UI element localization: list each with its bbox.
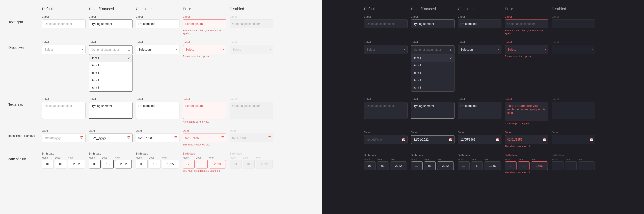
dark-dob-day-input[interactable] <box>377 161 389 170</box>
dark-textarea-default-input[interactable] <box>364 102 408 119</box>
dropdown-item[interactable]: Item 1 <box>89 84 132 91</box>
dark-textarea-complete-input[interactable]: I'm complete <box>458 102 502 119</box>
dob-day-input[interactable] <box>149 160 161 168</box>
textarea-default-input[interactable] <box>42 102 86 119</box>
dark-dob-year-input[interactable] <box>390 161 407 170</box>
dark-text-input-default-input[interactable] <box>364 20 408 28</box>
dob-day-input[interactable] <box>55 160 67 168</box>
dropdown-item[interactable]: Item 1 <box>411 69 454 77</box>
dob-day-segment: Date <box>196 156 208 168</box>
dob-day-input <box>243 160 254 168</box>
text-input-default-input[interactable] <box>42 20 86 28</box>
dark-text-input-focused-input[interactable] <box>411 20 454 28</box>
text-input-default: Label <box>42 15 86 35</box>
dropdown-disabled: Label Select ▼ <box>230 41 273 92</box>
dark-dob-day-input[interactable] <box>424 161 436 170</box>
dob-year-input[interactable] <box>115 160 132 168</box>
dark-date-input-error[interactable] <box>505 135 548 144</box>
dropdown-item[interactable]: Item 1 <box>411 77 454 84</box>
col-header-error: Error <box>183 7 226 11</box>
dob-month-input[interactable] <box>136 160 148 168</box>
dark-date-input-default[interactable] <box>364 135 408 144</box>
dob-month-segment: Month <box>42 156 54 168</box>
col-header-disabled: Disabled <box>552 7 595 11</box>
dark-textarea-error-input[interactable]: This is a rare error you might get when … <box>505 102 548 120</box>
dropdown-item[interactable]: Item 1 <box>411 84 454 91</box>
select-wrap: Selection ▼ <box>136 45 180 54</box>
field-label: Label <box>89 98 132 101</box>
dropdown-trigger[interactable]: Optional placeholder ▲ <box>411 45 454 54</box>
dark-dob-month-input[interactable] <box>364 161 376 170</box>
dark-dob-month-input[interactable] <box>411 161 422 170</box>
month-label: Month <box>505 158 516 161</box>
year-label: Year <box>531 158 548 161</box>
date-input-complete[interactable] <box>136 134 180 142</box>
dob-year-input[interactable] <box>68 160 85 168</box>
dark-textarea-focused-input[interactable]: Typing somethi <box>411 102 454 119</box>
field-label: Birth date <box>230 152 273 155</box>
dropdown-complete-select[interactable]: Selection <box>136 45 180 54</box>
text-input-error-input[interactable] <box>183 20 226 28</box>
datepicker-default: Date 📅 <box>42 129 86 146</box>
field-label: Date <box>183 129 226 133</box>
dob-year-input[interactable] <box>162 160 179 168</box>
text-input-complete-input[interactable] <box>136 20 180 28</box>
dob-year-segment: Year <box>437 158 454 170</box>
dob-month-input[interactable] <box>183 160 194 168</box>
dark-textarea-error: Label This is a rare error you might get… <box>505 98 548 125</box>
dropdown-item[interactable]: Item 1 <box>89 62 132 69</box>
dropdown-list: Item 1 ✓ Item 1 Item 1 Item 1 Item 1 <box>411 54 454 92</box>
date-input-default[interactable] <box>42 134 86 142</box>
light-col-headers: Default Hover/Focused Complete Error Dis… <box>42 7 314 11</box>
dropdown-item[interactable]: Item 1 <box>89 77 132 84</box>
dark-dob-default: Birth date Month Date Year <box>364 154 408 174</box>
day-label: Date <box>149 156 161 159</box>
dob-day-segment: Date <box>243 156 254 168</box>
text-input-error: Label Hmm, we can't find you. Please try… <box>183 15 226 35</box>
dob-day-segment: Date <box>102 156 114 168</box>
dob-year-segment: Year <box>390 158 407 170</box>
dark-date-input-focused[interactable] <box>411 135 454 144</box>
dark-text-input-complete-input[interactable] <box>458 20 502 28</box>
dark-dob-year-input[interactable] <box>437 161 454 170</box>
textarea-complete-input[interactable]: I'm complete <box>136 102 180 119</box>
dob-month-input[interactable] <box>89 160 100 168</box>
dob-year-input[interactable] <box>209 160 226 168</box>
dob-wrap: Month Date Year <box>458 158 502 170</box>
dob-day-input[interactable] <box>102 160 114 168</box>
dark-dob-year-input[interactable] <box>531 161 548 170</box>
dob-month-input[interactable] <box>42 160 54 168</box>
year-label: Year <box>68 156 85 159</box>
dropdown-default-select[interactable]: Select Item 1 <box>42 45 86 54</box>
dob-day-input[interactable] <box>196 160 208 168</box>
dob-year-segment: Year <box>578 158 595 170</box>
text-input-focused-input[interactable] <box>89 20 132 28</box>
dark-dropdown-complete-select[interactable]: Selection <box>458 45 502 54</box>
field-label: Date <box>552 131 595 134</box>
month-label: Month <box>42 156 54 159</box>
dark-dob-month-input[interactable] <box>458 161 470 170</box>
dropdown-item[interactable]: Item 1 ✓ <box>411 54 454 62</box>
date-input-focused[interactable] <box>89 134 132 142</box>
dark-text-input-error-input[interactable] <box>505 20 548 28</box>
date-input-wrap: 📅 <box>364 135 408 144</box>
dropdown-item[interactable]: Item 1 <box>411 62 454 69</box>
date-input-error[interactable] <box>183 134 226 142</box>
dark-dob-day-input[interactable] <box>518 161 530 170</box>
dropdown-error-select[interactable]: Select <box>183 45 226 54</box>
dark-date-input-complete[interactable] <box>458 135 502 144</box>
field-label: Label <box>552 41 595 44</box>
dark-dropdown-default-select[interactable]: Select <box>364 45 408 54</box>
dark-dob-year-input[interactable] <box>484 161 501 170</box>
dob-disabled: Birth date Month Date Year <box>230 152 273 172</box>
dark-dob-day-input[interactable] <box>471 161 483 170</box>
dark-dropdown-error-select[interactable]: Select <box>505 45 548 54</box>
dark-dob-focused: Birth date Month Date Year <box>411 154 454 174</box>
textarea-focused-input[interactable]: Typing somethi <box>89 102 132 119</box>
dropdown-item[interactable]: Item 1 ✓ <box>89 54 132 62</box>
dropdown-item[interactable]: Item 1 <box>89 69 132 77</box>
dark-dob-month-input[interactable] <box>505 161 516 170</box>
dropdown-trigger[interactable]: Optional placeholder ▲ <box>89 45 132 54</box>
textarea-error-input[interactable]: Lorem ipsum <box>183 102 226 119</box>
dob-wrap: Month Date Year <box>230 156 273 168</box>
